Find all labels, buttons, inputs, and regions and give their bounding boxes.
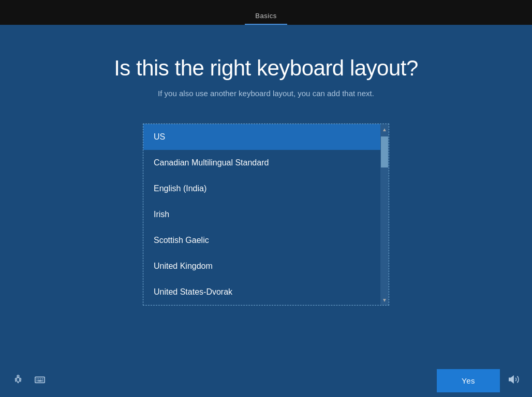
keyboard-icon[interactable] (34, 374, 46, 388)
scroll-thumb[interactable] (381, 136, 388, 167)
page-subtitle: If you also use another keyboard layout,… (158, 89, 374, 98)
list-wrapper: USCanadian Multilingual StandardEnglish … (143, 124, 389, 305)
yes-button[interactable]: Yes (437, 369, 500, 392)
main-content: Is this the right keyboard layout? If yo… (0, 25, 532, 364)
bottom-left-icons (12, 374, 46, 388)
volume-icon[interactable] (508, 374, 520, 388)
keyboard-option-united-states-dvorak[interactable]: United States-Dvorak (143, 279, 380, 305)
bottom-right-area: Yes (437, 369, 520, 392)
scrollbar[interactable]: ▲ ▼ (380, 124, 389, 305)
bottom-bar: Yes (0, 364, 532, 397)
accessibility-icon[interactable] (12, 374, 24, 388)
svg-marker-9 (509, 376, 513, 383)
keyboard-option-scottish-gaelic[interactable]: Scottish Gaelic (143, 227, 380, 253)
basics-tab[interactable]: Basics (245, 8, 287, 25)
keyboard-layout-list: USCanadian Multilingual StandardEnglish … (143, 124, 389, 306)
keyboard-option-canadian-multilingual-standard[interactable]: Canadian Multilingual Standard (143, 150, 380, 176)
keyboard-option-united-kingdom[interactable]: United Kingdom (143, 253, 380, 279)
svg-point-0 (17, 375, 19, 377)
top-bar: Basics (0, 0, 532, 25)
page-title: Is this the right keyboard layout? (114, 56, 418, 81)
keyboard-option-english-india[interactable]: English (India) (143, 176, 380, 202)
svg-rect-1 (35, 377, 45, 383)
keyboard-option-us[interactable]: US (143, 124, 380, 150)
keyboard-option-irish[interactable]: Irish (143, 202, 380, 227)
scroll-track (380, 134, 389, 295)
scroll-up-arrow[interactable]: ▲ (380, 124, 389, 134)
scroll-down-arrow[interactable]: ▼ (380, 295, 389, 305)
list-items: USCanadian Multilingual StandardEnglish … (143, 124, 380, 305)
